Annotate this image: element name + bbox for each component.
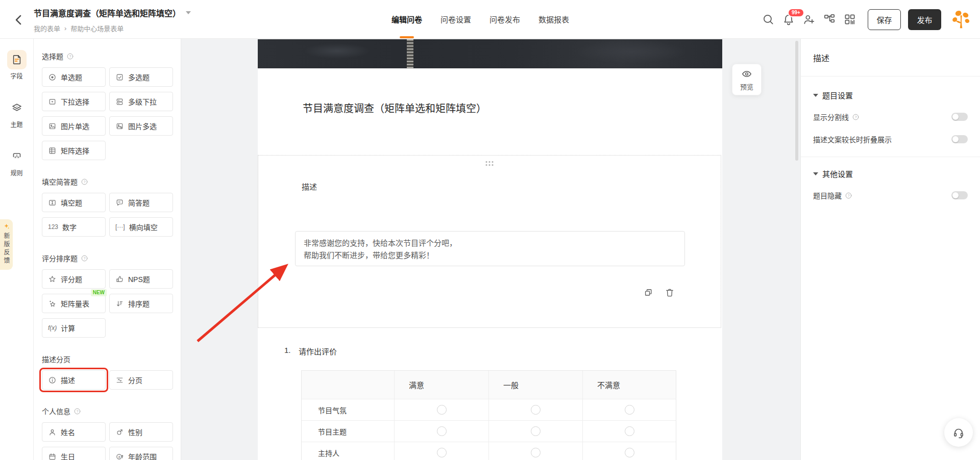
radio-option[interactable] (625, 405, 634, 415)
scrollbar-thumb[interactable] (795, 41, 798, 161)
caret-down-icon (813, 172, 818, 175)
toggle-collapse-long-text[interactable] (951, 135, 968, 143)
radio-option[interactable] (437, 426, 447, 436)
radio-option[interactable] (531, 426, 541, 436)
tab-survey-publish[interactable]: 问卷发布 (489, 0, 520, 38)
help-icon[interactable]: ? (81, 254, 88, 262)
breadcrumb-separator: › (64, 24, 66, 32)
breadcrumb-current: 帮助中心场景表单 (70, 23, 124, 33)
section-title: 描述分页 (42, 354, 70, 364)
field-btn-calculation[interactable]: f(x) 计算 (42, 318, 106, 338)
field-btn-name[interactable]: 姓名 (42, 422, 106, 442)
help-icon[interactable]: ? (81, 178, 88, 186)
workflow-button[interactable] (823, 13, 836, 26)
chevron-left-icon (11, 12, 27, 28)
canvas-area: 节目满意度调查（矩阵单选和矩阵填空） 描述 非常感谢您的支持，快给本次节目评个分… (181, 39, 800, 460)
field-btn-page-break[interactable]: 分页 (109, 370, 173, 390)
field-btn-matrix-scale[interactable]: 矩阵量表 (42, 294, 106, 313)
save-button[interactable]: 保存 (868, 9, 901, 30)
form-title[interactable]: 节目满意度调查（矩阵单选和矩阵填空） (303, 100, 486, 115)
new-version-feedback-badge[interactable]: 新版反馈 (0, 219, 13, 270)
title-dropdown-caret-icon[interactable] (186, 11, 191, 14)
apps-button[interactable] (843, 13, 856, 26)
age-icon: a (115, 452, 124, 460)
field-btn-rating[interactable]: 评分题 (42, 269, 106, 289)
field-btn-image-multi[interactable]: 图片多选 (109, 116, 173, 136)
copy-icon[interactable] (643, 288, 653, 298)
flow-icon (823, 13, 836, 26)
help-icon[interactable]: ? (845, 192, 852, 199)
field-btn-cascade-dropdown[interactable]: 多级下拉 (109, 92, 173, 111)
brand-logo[interactable] (949, 8, 973, 31)
field-btn-matrix-choice[interactable]: 矩阵选择 (42, 141, 106, 160)
selected-description-block[interactable]: 描述 非常感谢您的支持，快给本次节目评个分吧， 帮助我们不断进步，带给您更多精彩… (258, 155, 721, 328)
rail-item-rules[interactable]: 规则 (0, 147, 33, 177)
tab-data-report[interactable]: 数据报表 (538, 0, 569, 38)
field-btn-number[interactable]: 123 数字 (42, 217, 106, 237)
radio-option[interactable] (531, 405, 541, 415)
field-btn-single-choice[interactable]: 单选题 (42, 67, 106, 87)
tab-edit-survey[interactable]: 编辑问卷 (391, 0, 422, 38)
sparkle-icon (3, 223, 10, 231)
setting-collapse-long-text: 描述文案较长时折叠展示 (813, 128, 968, 150)
radio-icon (48, 73, 57, 82)
radio-option[interactable] (437, 448, 447, 457)
radio-option[interactable] (531, 448, 541, 457)
section-other-settings[interactable]: 其他设置 (813, 168, 968, 179)
field-btn-gender[interactable]: 性别 (109, 422, 173, 442)
search-button[interactable] (762, 13, 775, 26)
question-1[interactable]: 1. 请作出评价 (284, 346, 337, 356)
breadcrumb-parent[interactable]: 我的表单 (34, 23, 60, 33)
field-btn-description[interactable]: 描述 (42, 370, 106, 390)
toggle-show-divider[interactable] (951, 113, 968, 121)
field-btn-short-answer[interactable]: 简答题 (109, 193, 173, 212)
star-icon (48, 275, 57, 284)
radio-option[interactable] (625, 448, 634, 457)
trash-icon[interactable] (665, 288, 675, 298)
image-icon (48, 122, 57, 131)
help-icon[interactable]: ? (74, 407, 81, 415)
tab-survey-settings[interactable]: 问卷设置 (440, 0, 471, 38)
page-title: 节目满意度调查（矩阵单选和矩阵填空） (34, 7, 181, 19)
toggle-hide-question[interactable] (951, 191, 968, 199)
preview-button[interactable]: 预览 (732, 64, 762, 95)
field-btn-age-range[interactable]: a 年龄范围 (109, 447, 173, 460)
back-button[interactable] (11, 12, 27, 28)
description-line-1: 非常感谢您的支持，快给本次节目评个分吧， (304, 237, 676, 249)
drag-handle-icon[interactable] (486, 161, 494, 166)
inspector-title: 描述 (813, 52, 968, 64)
checkbox-icon (115, 73, 124, 82)
divider (801, 76, 980, 76)
rail-item-theme[interactable]: 主题 (0, 98, 33, 129)
invite-member-button[interactable] (802, 13, 816, 26)
radio-option[interactable] (437, 405, 447, 415)
field-btn-dropdown[interactable]: 下拉选择 (42, 92, 106, 111)
section-fill-in-questions: 填空简答题 ? 填空题 简答题 123 数字 [···] 横向填空 (42, 176, 181, 237)
rail-item-fields[interactable]: 字段 (0, 50, 33, 80)
apps-grid-icon (843, 13, 856, 26)
radio-option[interactable] (625, 426, 634, 436)
description-text-box[interactable]: 非常感谢您的支持，快给本次节目评个分吧， 帮助我们不断进步，带给您更多精彩！ (295, 231, 685, 266)
field-btn-sort[interactable]: 排序题 (109, 294, 173, 313)
support-button[interactable] (944, 418, 973, 447)
help-icon[interactable]: ? (852, 113, 860, 121)
matrix-icon (48, 146, 57, 155)
publish-button[interactable]: 发布 (908, 9, 941, 30)
matrix-row-label: 主持人 (302, 442, 394, 460)
header-actions: 99+ 保存 发布 (754, 0, 973, 39)
person-add-icon (802, 13, 816, 26)
section-question-settings[interactable]: 题目设置 (813, 90, 968, 100)
field-btn-text-input[interactable]: 填空题 (42, 193, 106, 212)
canvas-scrollbar[interactable] (795, 41, 798, 458)
setting-show-divider: 显示分割线 ? (813, 106, 968, 128)
field-btn-image-single[interactable]: 图片单选 (42, 116, 106, 136)
field-btn-birthday[interactable]: 生日 (42, 447, 106, 460)
field-btn-horizontal-fill[interactable]: [···] 横向填空 (109, 217, 173, 237)
section-description-paging: 描述分页 描述 分页 (42, 354, 181, 390)
field-btn-nps[interactable]: NPS题 (109, 269, 173, 289)
help-icon[interactable]: ? (66, 53, 74, 60)
active-tab-underline (400, 36, 414, 38)
field-btn-multi-choice[interactable]: 多选题 (109, 67, 173, 87)
title-block: 节目满意度调查（矩阵单选和矩阵填空） 我的表单 › 帮助中心场景表单 (34, 7, 191, 33)
notifications-button[interactable]: 99+ (782, 13, 795, 26)
